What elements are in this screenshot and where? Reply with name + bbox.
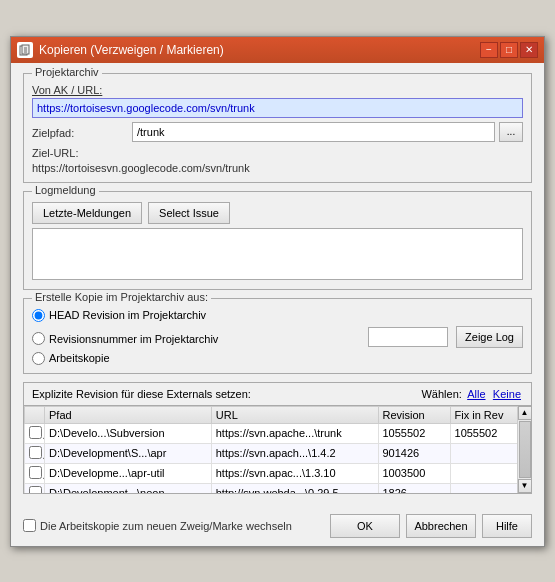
- von-ak-input[interactable]: [32, 98, 523, 118]
- arbeitskopie-radio[interactable]: [32, 352, 45, 365]
- arbeitskopie-row: Arbeitskopie: [32, 352, 523, 365]
- app-icon: [17, 42, 33, 58]
- maximize-button[interactable]: □: [500, 42, 518, 58]
- table-row: D:\Development\S...\apr https://svn.apac…: [25, 443, 531, 463]
- cancel-button[interactable]: Abbrechen: [406, 514, 476, 538]
- explizit-title: Explizite Revision für diese Externals s…: [32, 388, 421, 400]
- wechseln-label: Die Arbeitskopie zum neuen Zweig/Marke w…: [40, 520, 292, 532]
- bottom-buttons: OK Abbrechen Hilfe: [330, 514, 532, 538]
- row-checkbox-cell[interactable]: [25, 463, 45, 483]
- head-revision-row: HEAD Revision im Projektarchiv: [32, 309, 523, 322]
- table-row: D:\Develo...\Subversion https://svn.apac…: [25, 423, 531, 443]
- row-revision: 1055502: [378, 423, 450, 443]
- head-revision-radio[interactable]: [32, 309, 45, 322]
- scroll-thumb[interactable]: [519, 421, 531, 478]
- row-revision: 1003500: [378, 463, 450, 483]
- explizit-group: Explizite Revision für diese Externals s…: [23, 382, 532, 494]
- row-pfad: D:\Development\S...\apr: [45, 443, 212, 463]
- zielpfad-label: Zielpfad:: [32, 127, 132, 139]
- row-checkbox[interactable]: [29, 446, 42, 459]
- revision-number-row: Revisionsnummer im Projektarchiv Zeige L…: [32, 326, 523, 348]
- letzte-meldungen-button[interactable]: Letzte-Meldungen: [32, 202, 142, 224]
- externals-table: Pfad URL Revision Fix in Rev D:\Develo..…: [24, 406, 531, 493]
- zielpfad-browse-button[interactable]: ...: [499, 122, 523, 142]
- table-header: Pfad URL Revision Fix in Rev: [25, 406, 531, 423]
- head-revision-label: HEAD Revision im Projektarchiv: [49, 309, 206, 321]
- revision-input[interactable]: [368, 327, 448, 347]
- row-checkbox-cell[interactable]: [25, 423, 45, 443]
- zeige-log-button[interactable]: Zeige Log: [456, 326, 523, 348]
- scroll-down-arrow[interactable]: ▼: [518, 479, 532, 493]
- row-revision: 1826: [378, 483, 450, 493]
- row-url: https://svn.apach...\1.4.2: [211, 443, 378, 463]
- arbeitskopie-label: Arbeitskopie: [49, 352, 110, 364]
- logmeldung-group: Logmeldung Letzte-Meldungen Select Issue: [23, 191, 532, 290]
- title-bar-left: Kopieren (Verzweigen / Markieren): [17, 42, 224, 58]
- ziel-url-value: https://tortoisesvn.googlecode.com/svn/t…: [32, 162, 523, 174]
- col-pfad: Pfad: [45, 406, 212, 423]
- select-issue-button[interactable]: Select Issue: [148, 202, 230, 224]
- table-row: D:\Developme...\apr-util https://svn.apa…: [25, 463, 531, 483]
- close-button[interactable]: ✕: [520, 42, 538, 58]
- col-revision: Revision: [378, 406, 450, 423]
- bottom-bar: Die Arbeitskopie zum neuen Zweig/Marke w…: [11, 508, 544, 546]
- waehlen-label: Wählen:: [421, 388, 461, 400]
- window-title: Kopieren (Verzweigen / Markieren): [39, 43, 224, 57]
- alle-button[interactable]: Alle: [465, 388, 487, 400]
- col-check: [25, 406, 45, 423]
- wechseln-checkbox[interactable]: [23, 519, 36, 532]
- row-pfad: D:\Development...\neon: [45, 483, 212, 493]
- revision-number-radio[interactable]: [32, 332, 45, 345]
- explizit-header: Explizite Revision für diese Externals s…: [24, 387, 531, 405]
- externals-table-container: Pfad URL Revision Fix in Rev D:\Develo..…: [24, 405, 531, 493]
- von-ak-label: Von AK / URL:: [32, 84, 523, 96]
- row-url: http://svn.webda...\0.29.5: [211, 483, 378, 493]
- table-body: D:\Develo...\Subversion https://svn.apac…: [25, 423, 531, 493]
- row-checkbox-cell[interactable]: [25, 483, 45, 493]
- title-bar: Kopieren (Verzweigen / Markieren) − □ ✕: [11, 37, 544, 63]
- row-checkbox[interactable]: [29, 426, 42, 439]
- logmeldung-textarea[interactable]: [32, 228, 523, 280]
- row-checkbox-cell[interactable]: [25, 443, 45, 463]
- projektarchiv-label: Projektarchiv: [32, 66, 102, 78]
- row-pfad: D:\Develo...\Subversion: [45, 423, 212, 443]
- row-revision: 901426: [378, 443, 450, 463]
- hilfe-button[interactable]: Hilfe: [482, 514, 532, 538]
- keine-button[interactable]: Keine: [491, 388, 523, 400]
- table-scrollbar[interactable]: ▲ ▼: [517, 406, 531, 493]
- ziel-url-label: Ziel-URL:: [32, 147, 78, 159]
- row-url: https://svn.apache...\trunk: [211, 423, 378, 443]
- content-area: Projektarchiv Von AK / URL: Zielpfad: ..…: [11, 63, 544, 508]
- minimize-button[interactable]: −: [480, 42, 498, 58]
- zielpfad-input[interactable]: [132, 122, 495, 142]
- ok-button[interactable]: OK: [330, 514, 400, 538]
- row-pfad: D:\Developme...\apr-util: [45, 463, 212, 483]
- revision-number-label: Revisionsnummer im Projektarchiv: [49, 333, 218, 345]
- row-checkbox[interactable]: [29, 486, 42, 493]
- window-controls: − □ ✕: [480, 42, 538, 58]
- col-url: URL: [211, 406, 378, 423]
- row-url: https://svn.apac...\1.3.10: [211, 463, 378, 483]
- kopie-label: Erstelle Kopie im Projektarchiv aus:: [32, 291, 211, 303]
- logmeldung-label: Logmeldung: [32, 184, 99, 196]
- main-window: Kopieren (Verzweigen / Markieren) − □ ✕ …: [10, 36, 545, 547]
- kopie-group: Erstelle Kopie im Projektarchiv aus: HEA…: [23, 298, 532, 374]
- projektarchiv-group: Projektarchiv Von AK / URL: Zielpfad: ..…: [23, 73, 532, 183]
- scroll-up-arrow[interactable]: ▲: [518, 406, 532, 420]
- row-checkbox[interactable]: [29, 466, 42, 479]
- checkbox-row: Die Arbeitskopie zum neuen Zweig/Marke w…: [23, 519, 324, 532]
- table-row: D:\Development...\neon http://svn.webda.…: [25, 483, 531, 493]
